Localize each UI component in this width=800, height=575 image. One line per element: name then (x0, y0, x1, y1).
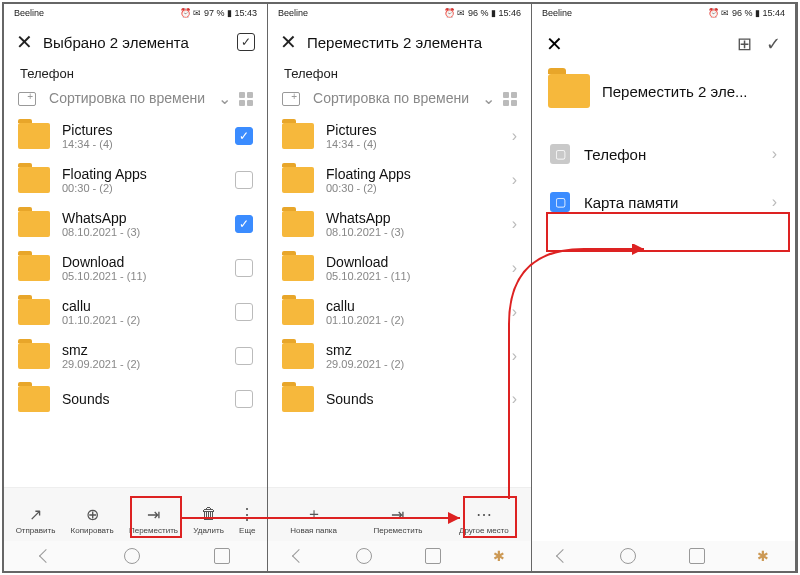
new-folder-icon[interactable] (18, 92, 36, 106)
carrier: Beeline (14, 8, 44, 18)
action-Копировать[interactable]: ⊕Копировать (71, 504, 114, 535)
breadcrumb: Телефон (4, 62, 267, 85)
list-item[interactable]: callu01.10.2021 - (2)› (268, 290, 531, 334)
folder-icon (18, 123, 50, 149)
action-Еще[interactable]: ⋮Еще (239, 504, 255, 535)
carrier: Beeline (542, 8, 572, 18)
action-Другое место[interactable]: ⋯Другое место (459, 504, 509, 535)
nav-bar: ✱ (532, 541, 795, 571)
chevron-right-icon: › (512, 171, 517, 189)
new-folder-icon[interactable]: ⊞ (737, 33, 752, 55)
back-icon[interactable] (556, 549, 570, 563)
accessibility-icon[interactable]: ✱ (757, 548, 769, 564)
close-icon[interactable]: ✕ (280, 30, 297, 54)
chevron-right-icon: › (512, 259, 517, 277)
list-item[interactable]: Floating Apps00:30 - (2)› (268, 158, 531, 202)
chevron-right-icon: › (512, 303, 517, 321)
folder-icon (18, 343, 50, 369)
list-item[interactable]: Pictures14:34 - (4)› (268, 114, 531, 158)
list-item[interactable]: smz29.09.2021 - (2)› (268, 334, 531, 378)
action-label: Другое место (459, 526, 509, 535)
select-all-checkbox[interactable]: ✓ (237, 33, 255, 51)
sort-label[interactable]: Сортировка по времени (44, 90, 210, 106)
home-icon[interactable] (620, 548, 636, 564)
recents-icon[interactable] (689, 548, 705, 564)
bottom-actions: ＋Новая папка⇥Переместить⋯Другое место (268, 487, 531, 541)
sort-label[interactable]: Сортировка по времени (308, 90, 474, 106)
new-folder-icon[interactable] (282, 92, 300, 106)
folder-name: smz (326, 342, 500, 358)
list-item[interactable]: Download05.10.2021 - (11)› (268, 246, 531, 290)
page-title: Выбрано 2 элемента (43, 34, 237, 51)
checkbox[interactable] (235, 171, 253, 189)
action-Отправить[interactable]: ↗Отправить (16, 504, 56, 535)
list-item[interactable]: Sounds (4, 378, 267, 420)
folder-name: Download (326, 254, 500, 270)
sort-chevron-icon[interactable]: ⌄ (482, 89, 495, 108)
folder-meta: 29.09.2021 - (2) (62, 358, 223, 370)
folder-icon (18, 299, 50, 325)
folder-icon (18, 386, 50, 412)
back-icon[interactable] (39, 549, 53, 563)
recents-icon[interactable] (214, 548, 230, 564)
folder-meta: 05.10.2021 - (11) (326, 270, 500, 282)
breadcrumb: Телефон (268, 62, 531, 85)
title-bar: ✕ Переместить 2 элемента (268, 22, 531, 62)
list-item[interactable]: smz29.09.2021 - (2) (4, 334, 267, 378)
list-item[interactable]: WhatsApp08.10.2021 - (3) (4, 202, 267, 246)
list-item[interactable]: Floating Apps00:30 - (2) (4, 158, 267, 202)
list-item[interactable]: Pictures14:34 - (4) (4, 114, 267, 158)
close-icon[interactable]: ✕ (546, 32, 563, 56)
folder-icon (282, 299, 314, 325)
status-right: ⏰ ✉ 96 % ▮ 15:44 (708, 8, 785, 18)
chevron-right-icon: › (512, 390, 517, 408)
action-icon: ⇥ (147, 504, 160, 524)
checkbox[interactable] (235, 303, 253, 321)
storage-icon: ▢ (550, 144, 570, 164)
chevron-right-icon: › (512, 215, 517, 233)
screen-move: Beeline ⏰ ✉ 96 % ▮ 15:46 ✕ Переместить 2… (268, 4, 532, 571)
folder-icon (282, 343, 314, 369)
bottom-actions: ↗Отправить⊕Копировать⇥Переместить🗑Удалит… (4, 487, 267, 541)
folder-name: smz (62, 342, 223, 358)
confirm-icon[interactable]: ✓ (766, 33, 781, 55)
checkbox[interactable] (235, 127, 253, 145)
action-Переместить[interactable]: ⇥Переместить (373, 504, 422, 535)
back-icon[interactable] (292, 549, 306, 563)
screen-select: Beeline ⏰ ✉ 97 % ▮ 15:43 ✕ Выбрано 2 эле… (4, 4, 268, 571)
recents-icon[interactable] (425, 548, 441, 564)
page-title: Переместить 2 элемента (307, 34, 519, 51)
folder-icon (18, 167, 50, 193)
storage-label: Телефон (584, 146, 758, 163)
list-item[interactable]: WhatsApp08.10.2021 - (3)› (268, 202, 531, 246)
dest-header: ✕ ⊞ ✓ (532, 22, 795, 66)
storage-item[interactable]: ▢Карта памяти› (532, 178, 795, 226)
action-label: Копировать (71, 526, 114, 535)
move-title: Переместить 2 эле... (602, 83, 748, 100)
grid-view-icon[interactable] (239, 92, 253, 106)
checkbox[interactable] (235, 259, 253, 277)
sort-chevron-icon[interactable]: ⌄ (218, 89, 231, 108)
accessibility-icon[interactable]: ✱ (493, 548, 505, 564)
grid-view-icon[interactable] (503, 92, 517, 106)
action-Переместить[interactable]: ⇥Переместить (129, 504, 178, 535)
action-icon: ↗ (29, 504, 42, 524)
storage-label: Карта памяти (584, 194, 758, 211)
action-Удалить[interactable]: 🗑Удалить (193, 504, 224, 535)
list-item[interactable]: Sounds› (268, 378, 531, 420)
storage-item[interactable]: ▢Телефон› (532, 130, 795, 178)
checkbox[interactable] (235, 215, 253, 233)
action-Новая папка[interactable]: ＋Новая папка (290, 504, 337, 535)
home-icon[interactable] (124, 548, 140, 564)
checkbox[interactable] (235, 390, 253, 408)
home-icon[interactable] (356, 548, 372, 564)
list-item[interactable]: Download05.10.2021 - (11) (4, 246, 267, 290)
action-label: Еще (239, 526, 255, 535)
folder-meta: 29.09.2021 - (2) (326, 358, 500, 370)
sort-row: Сортировка по времени ⌄ (4, 85, 267, 114)
list-item[interactable]: callu01.10.2021 - (2) (4, 290, 267, 334)
checkbox[interactable] (235, 347, 253, 365)
action-icon: ⇥ (391, 504, 404, 524)
close-icon[interactable]: ✕ (16, 30, 33, 54)
folder-meta: 05.10.2021 - (11) (62, 270, 223, 282)
